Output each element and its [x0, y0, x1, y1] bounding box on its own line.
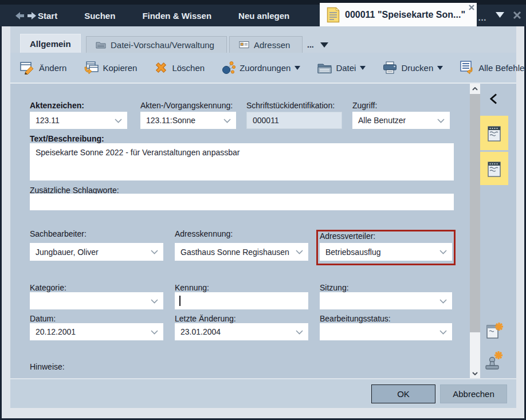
zuordnungen-button[interactable]: Zuordnungen [222, 61, 300, 74]
ribbon-tab-neu-anlegen[interactable]: Neu anlegen [238, 11, 289, 21]
abbrechen-button[interactable]: Abbrechen [440, 384, 507, 403]
kennung-label: Kennung: [175, 283, 209, 292]
collapse-panel-chevron-icon[interactable] [490, 93, 497, 104]
chevron-down-icon[interactable] [439, 250, 447, 254]
tab-overflow-ellipsis[interactable]: ... [307, 40, 314, 49]
ok-button[interactable]: OK [371, 384, 435, 403]
tab-list-chevron-icon[interactable] [320, 42, 329, 48]
file-folder-icon [317, 62, 332, 74]
document-tab-title: 000011 "Speisekarte Son..." [345, 10, 465, 20]
sitzung-select[interactable] [320, 292, 452, 309]
sticky-note-1[interactable] [480, 116, 508, 150]
ribbon-tab-finden-wissen[interactable]: Finden & Wissen [142, 11, 211, 21]
copy-icon [84, 61, 99, 74]
notes-side-panel [480, 84, 516, 378]
sitzung-label: Sitzung: [320, 283, 349, 292]
kategorie-select[interactable] [30, 292, 163, 309]
kennung-input[interactable] [175, 292, 308, 309]
schriftstueck-id-field: 000011 [246, 112, 342, 129]
aktenzeichen-select[interactable]: 123.11 [30, 112, 127, 129]
document-tab-close-icon[interactable] [468, 4, 475, 11]
vorgangskennung-label: Akten-/Vorgangskennung: [140, 101, 233, 110]
scroll-down-button[interactable] [470, 368, 480, 378]
zugriff-value: Alle Benutzer [352, 116, 406, 125]
scrollbar-thumb[interactable] [470, 94, 480, 332]
adressverteiler-select[interactable]: Betriebsausflug [320, 243, 452, 261]
chevron-down-icon[interactable] [115, 119, 122, 123]
letzte-aenderung-value: 23.01.2004 [175, 327, 221, 336]
tab-datei-vorschau-label: Datei-Vorschau/Verwaltung [111, 40, 214, 50]
datum-label: Datum: [30, 314, 56, 323]
tab-adressen[interactable]: Adressen [229, 36, 303, 53]
vorgangskennung-value: 123.11:Sonne [140, 116, 195, 125]
chevron-down-icon[interactable] [151, 299, 158, 304]
dialog-footer: OK Abbrechen [10, 378, 516, 408]
overflow-ellipsis[interactable]: … [478, 15, 487, 21]
bearbeitungsstatus-label: Bearbeitungsstatus: [320, 314, 391, 323]
delete-icon [154, 61, 168, 74]
chevron-down-icon[interactable] [439, 330, 447, 335]
chevron-down-icon[interactable] [495, 11, 505, 18]
forward-arrow-icon[interactable] [27, 11, 37, 20]
zugriff-label: Zugriff: [352, 101, 377, 110]
scroll-up-button[interactable] [470, 84, 480, 93]
beschreibung-label: Text/Beschreibung: [30, 134, 104, 143]
history-nav [15, 11, 37, 20]
tab-datei-vorschau[interactable]: Datei-Vorschau/Verwaltung [86, 36, 227, 53]
vorgangskennung-select[interactable]: 123.11:Sonne [140, 112, 236, 129]
letzte-aenderung-select[interactable]: 23.01.2004 [175, 323, 308, 340]
datei-label: Datei [336, 63, 356, 73]
application-window: Start Suchen Finden & Wissen Neu anlegen… [0, 0, 526, 420]
beschreibung-textarea[interactable]: Speisekarte Sonne 2022 - für Veranstaltu… [30, 143, 454, 180]
tab-allgemein[interactable]: Allgemein [20, 34, 81, 53]
loeschen-button[interactable]: Löschen [154, 61, 205, 74]
adresskennung-value: Gasthaus Sonne Regishausen [175, 248, 289, 257]
drucken-button[interactable]: Drucken [383, 61, 443, 74]
chevron-down-icon[interactable] [437, 119, 445, 123]
vertical-scrollbar[interactable] [470, 84, 480, 378]
close-icon[interactable] [513, 11, 521, 19]
drucken-label: Drucken [401, 63, 433, 73]
alle-befehle-label: Alle Befehle [478, 63, 524, 73]
beschreibung-value: Speisekarte Sonne 2022 - für Veranstaltu… [30, 143, 454, 162]
tab-adressen-label: Adressen [254, 40, 290, 50]
page-tab-strip: Allgemein Datei-Vorschau/Verwaltung [10, 26, 516, 53]
ribbon-tab-start[interactable]: Start [38, 11, 57, 21]
chevron-down-icon[interactable] [296, 250, 303, 254]
datum-select[interactable]: 20.12.2001 [30, 323, 163, 340]
zugriff-select[interactable]: Alle Benutzer [352, 112, 450, 129]
printer-icon [383, 61, 397, 74]
notepad-icon [486, 124, 502, 142]
loeschen-label: Löschen [172, 63, 205, 73]
schlagworte-input[interactable] [30, 194, 454, 210]
adresskennung-select[interactable]: Gasthaus Sonne Regishausen [175, 243, 308, 261]
document-icon [327, 7, 340, 23]
dialog-outer: Allgemein Datei-Vorschau/Verwaltung [2, 26, 524, 418]
chevron-down-icon[interactable] [151, 330, 158, 335]
ribbon-tab-strip: Start Suchen Finden & Wissen Neu anlegen [38, 0, 289, 26]
aendern-button[interactable]: Ändern [20, 61, 66, 74]
back-arrow-icon[interactable] [15, 11, 25, 20]
kopieren-button[interactable]: Kopieren [84, 61, 137, 74]
aktenzeichen-value: 123.11 [30, 116, 60, 125]
tab-allgemein-label: Allgemein [30, 39, 71, 49]
sticky-note-2[interactable] [480, 152, 508, 185]
chevron-down-icon[interactable] [439, 299, 447, 304]
sachbearbeiter-select[interactable]: Jungbauer, Oliver [30, 243, 163, 261]
chevron-down-icon[interactable] [151, 250, 158, 254]
kategorie-label: Kategorie: [30, 283, 66, 292]
document-tab[interactable]: 000011 "Speisekarte Son..." [320, 3, 477, 26]
new-stamp-icon[interactable] [484, 350, 504, 372]
chevron-down-icon[interactable] [223, 119, 231, 123]
datum-value: 20.12.2001 [30, 327, 76, 336]
alle-befehle-button[interactable]: Alle Befehle [460, 61, 526, 74]
ribbon-tab-suchen[interactable]: Suchen [84, 11, 115, 21]
chevron-down-icon[interactable] [296, 330, 303, 335]
new-note-icon[interactable] [485, 321, 504, 340]
hinweise-label: Hinweise: [30, 362, 65, 371]
assignments-icon [222, 61, 235, 74]
datei-button[interactable]: Datei [317, 62, 366, 74]
bearbeitungsstatus-select[interactable] [320, 323, 452, 340]
schriftstueck-id-value: 000011 [247, 116, 279, 125]
form-area: Aktenzeichen: 123.11 Akten-/Vorgangskenn… [10, 84, 516, 378]
